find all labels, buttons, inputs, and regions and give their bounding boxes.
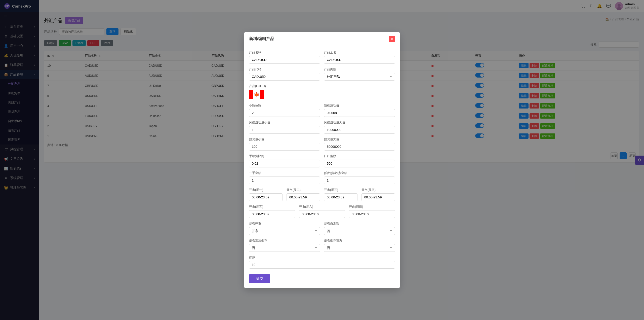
decimal-label: 小数位数	[249, 103, 320, 108]
form-row-market-mon-thu: 开市(周一) 开市(周二) 开市(周三) 开市(周四)	[249, 188, 395, 201]
invest-min-field[interactable]	[249, 143, 320, 151]
form-group-random-fluctuation: 随机波动值	[324, 103, 395, 117]
form-group-market-mon: 开市(周一)	[249, 188, 283, 201]
contract-amount-field[interactable]	[324, 176, 395, 184]
fee-ratio-label: 手续费比例	[249, 154, 320, 158]
form-row-risk: 风控波动最小值 风控波动最大值	[249, 120, 395, 134]
random-fluctuation-label: 随机波动值	[324, 103, 395, 108]
form-group-decimal: 小数位数	[249, 103, 320, 117]
form-group-leverage: 杠杆倍数	[324, 154, 395, 167]
sort-label: 排序	[249, 255, 395, 260]
form-group-logo: 产品(LOGO) 🍁	[249, 84, 395, 100]
market-mon-field[interactable]	[249, 193, 283, 201]
form-row-hand-contract: 一手金额 (合约)涨跌点金额	[249, 171, 395, 184]
svg-rect-5	[249, 90, 253, 99]
form-row-sort: 排序	[249, 255, 395, 269]
product-fullname-field[interactable]	[324, 56, 395, 64]
invest-max-field[interactable]	[324, 143, 395, 151]
form-group-product-name: 产品名称	[249, 50, 320, 64]
is-homepage-select[interactable]: 否 是	[324, 244, 395, 252]
form-group-sort: 排序	[249, 255, 395, 269]
form-group-is-selfcoin: 是否自发币 否 是	[324, 222, 395, 235]
is-top-label: 是否置顶推荐	[249, 238, 320, 243]
form-group-market-fri: 开市(周五)	[249, 205, 295, 218]
product-code-label: 产品代码	[249, 67, 320, 72]
form-group-market-sun: 开市(周日)	[349, 205, 395, 218]
form-group-invest-max: 投资最大值	[324, 137, 395, 151]
fee-ratio-field[interactable]	[249, 160, 320, 167]
modal-title: 新增/编辑产品	[249, 36, 274, 42]
market-sat-label: 开市(周六)	[299, 205, 345, 209]
leverage-field[interactable]	[324, 160, 395, 167]
modal-overlay[interactable]: 新增/编辑产品 × 产品名称 产品全名 产品代码	[0, 0, 644, 320]
risk-max-field[interactable]	[324, 126, 395, 134]
form-group-product-type: 产品类型 外汇产品 加密货币 美股产品 期货产品	[324, 67, 395, 81]
form-row-decimal-fluctuation: 小数位数 随机波动值	[249, 103, 395, 117]
form-group-market-tue: 开市(周二)	[287, 188, 320, 201]
form-group-risk-max: 风控波动最大值	[324, 120, 395, 134]
form-group-contract-amount: (合约)涨跌点金额	[324, 171, 395, 184]
product-name-label: 产品名称	[249, 50, 320, 55]
is-homepage-label: 是否推荐首页	[324, 238, 395, 243]
form-group-is-homepage: 是否推荐首页 否 是	[324, 238, 395, 252]
product-type-select[interactable]: 外汇产品 加密货币 美股产品 期货产品	[324, 73, 395, 81]
market-mon-label: 开市(周一)	[249, 188, 283, 192]
product-code-field[interactable]	[249, 73, 320, 81]
contract-amount-label: (合约)涨跌点金额	[324, 171, 395, 175]
form-row-code-type: 产品代码 产品类型 外汇产品 加密货币 美股产品 期货产品	[249, 67, 395, 81]
hand-amount-field[interactable]	[249, 176, 320, 184]
hand-amount-label: 一手金额	[249, 171, 320, 175]
form-group-is-open: 是否开市 开市 休市	[249, 222, 320, 235]
is-selfcoin-select[interactable]: 否 是	[324, 227, 395, 235]
svg-rect-7	[260, 90, 264, 99]
form-row-invest: 投资最小值 投资最大值	[249, 137, 395, 151]
market-tue-field[interactable]	[287, 193, 320, 201]
form-group-invest-min: 投资最小值	[249, 137, 320, 151]
market-sun-field[interactable]	[349, 210, 395, 218]
product-fullname-label: 产品全名	[324, 50, 395, 55]
is-open-label: 是否开市	[249, 222, 320, 226]
market-thu-field[interactable]	[361, 193, 395, 201]
modal-close-button[interactable]: ×	[389, 36, 395, 42]
market-wed-field[interactable]	[324, 193, 357, 201]
form-group-hand-amount: 一手金额	[249, 171, 320, 184]
modal-body: 产品名称 产品全名 产品代码 产品类型 外汇产品 加密货币	[244, 45, 400, 288]
form-row-top-homepage: 是否置顶推荐 否 是 是否推荐首页 否 是	[249, 238, 395, 252]
invest-max-label: 投资最大值	[324, 137, 395, 141]
sort-field[interactable]	[249, 261, 395, 269]
form-row-names: 产品名称 产品全名	[249, 50, 395, 64]
market-wed-label: 开市(周三)	[324, 188, 357, 192]
market-fri-field[interactable]	[249, 210, 295, 218]
form-group-is-top: 是否置顶推荐 否 是	[249, 238, 320, 252]
market-sat-field[interactable]	[299, 210, 345, 218]
form-group-market-wed: 开市(周三)	[324, 188, 357, 201]
svg-text:🍁: 🍁	[254, 92, 260, 97]
random-fluctuation-field[interactable]	[324, 109, 395, 117]
product-type-label: 产品类型	[324, 67, 395, 72]
form-group-market-sat: 开市(周六)	[299, 205, 345, 218]
form-group-product-code: 产品代码	[249, 67, 320, 81]
market-fri-label: 开市(周五)	[249, 205, 295, 209]
market-tue-label: 开市(周二)	[287, 188, 320, 192]
is-selfcoin-label: 是否自发币	[324, 222, 395, 226]
is-top-select[interactable]: 否 是	[249, 244, 320, 252]
leverage-label: 杠杆倍数	[324, 154, 395, 158]
decimal-field[interactable]	[249, 109, 320, 117]
is-open-select[interactable]: 开市 休市	[249, 227, 320, 235]
risk-min-label: 风控波动最小值	[249, 120, 320, 125]
canada-flag-icon: 🍁	[249, 90, 264, 99]
submit-button[interactable]: 提交	[249, 274, 270, 283]
logo-preview[interactable]: 🍁	[249, 90, 264, 100]
form-group-fee-ratio: 手续费比例	[249, 154, 320, 167]
market-sun-label: 开市(周日)	[349, 205, 395, 209]
risk-max-label: 风控波动最大值	[324, 120, 395, 125]
form-row-fee-leverage: 手续费比例 杠杆倍数	[249, 154, 395, 167]
product-name-field[interactable]	[249, 56, 320, 64]
logo-label: 产品(LOGO)	[249, 84, 395, 88]
form-group-market-thu: 开市(周四)	[361, 188, 395, 201]
form-group-risk-min: 风控波动最小值	[249, 120, 320, 134]
form-row-market-fri-sun: 开市(周五) 开市(周六) 开市(周日)	[249, 205, 395, 218]
form-group-product-fullname: 产品全名	[324, 50, 395, 64]
risk-min-field[interactable]	[249, 126, 320, 134]
edit-product-modal: 新增/编辑产品 × 产品名称 产品全名 产品代码	[244, 32, 400, 288]
